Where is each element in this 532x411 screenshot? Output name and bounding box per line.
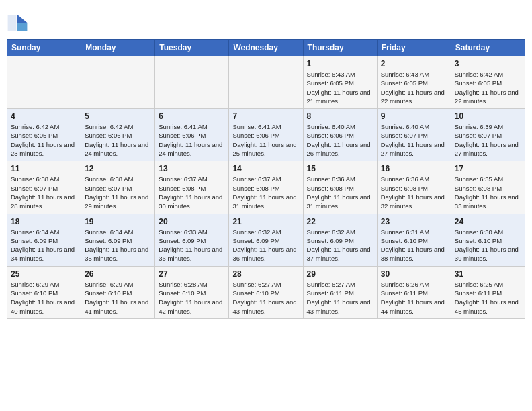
calendar-week-row: 18Sunrise: 6:34 AM Sunset: 6:09 PM Dayli… — [7, 214, 525, 266]
calendar-cell: 12Sunrise: 6:38 AM Sunset: 6:07 PM Dayli… — [81, 161, 155, 214]
calendar-cell: 31Sunrise: 6:25 AM Sunset: 6:11 PM Dayli… — [451, 266, 525, 318]
calendar-cell: 2Sunrise: 6:43 AM Sunset: 6:05 PM Daylig… — [377, 56, 451, 109]
day-number: 19 — [85, 217, 151, 226]
calendar-cell: 17Sunrise: 6:35 AM Sunset: 6:08 PM Dayli… — [451, 161, 525, 214]
day-info: Sunrise: 6:27 AM Sunset: 6:10 PM Dayligh… — [232, 280, 299, 316]
day-info: Sunrise: 6:36 AM Sunset: 6:08 PM Dayligh… — [307, 175, 373, 210]
column-header-wednesday: Wednesday — [229, 40, 303, 56]
calendar-cell: 27Sunrise: 6:28 AM Sunset: 6:10 PM Dayli… — [155, 266, 229, 318]
calendar-cell: 9Sunrise: 6:40 AM Sunset: 6:07 PM Daylig… — [377, 109, 451, 161]
day-info: Sunrise: 6:33 AM Sunset: 6:09 PM Dayligh… — [159, 228, 225, 263]
calendar-header-row: SundayMondayTuesdayWednesdayThursdayFrid… — [7, 40, 525, 56]
day-info: Sunrise: 6:25 AM Sunset: 6:11 PM Dayligh… — [455, 280, 521, 316]
calendar-cell: 6Sunrise: 6:41 AM Sunset: 6:06 PM Daylig… — [155, 109, 229, 161]
svg-rect-3 — [8, 15, 17, 31]
day-info: Sunrise: 6:41 AM Sunset: 6:06 PM Dayligh… — [232, 122, 299, 158]
day-number: 8 — [307, 111, 373, 121]
logo-icon — [7, 12, 28, 34]
day-number: 14 — [232, 164, 299, 173]
day-number: 2 — [381, 59, 447, 68]
day-number: 3 — [455, 59, 521, 68]
calendar-cell: 23Sunrise: 6:31 AM Sunset: 6:10 PM Dayli… — [377, 214, 451, 266]
day-number: 11 — [11, 164, 77, 173]
day-info: Sunrise: 6:32 AM Sunset: 6:09 PM Dayligh… — [232, 228, 299, 263]
calendar-week-row: 11Sunrise: 6:38 AM Sunset: 6:07 PM Dayli… — [7, 161, 525, 214]
day-info: Sunrise: 6:41 AM Sunset: 6:06 PM Dayligh… — [159, 122, 225, 158]
day-info: Sunrise: 6:29 AM Sunset: 6:10 PM Dayligh… — [85, 280, 151, 316]
calendar-cell: 21Sunrise: 6:32 AM Sunset: 6:09 PM Dayli… — [229, 214, 303, 266]
column-header-monday: Monday — [81, 40, 155, 56]
column-header-sunday: Sunday — [7, 40, 81, 56]
calendar-cell: 24Sunrise: 6:30 AM Sunset: 6:10 PM Dayli… — [451, 214, 525, 266]
day-info: Sunrise: 6:37 AM Sunset: 6:08 PM Dayligh… — [159, 175, 225, 210]
calendar-cell: 13Sunrise: 6:37 AM Sunset: 6:08 PM Dayli… — [155, 161, 229, 214]
day-number: 26 — [85, 269, 151, 279]
day-info: Sunrise: 6:40 AM Sunset: 6:06 PM Dayligh… — [307, 122, 373, 158]
calendar-cell: 29Sunrise: 6:27 AM Sunset: 6:11 PM Dayli… — [303, 266, 377, 318]
day-number: 5 — [85, 111, 151, 121]
day-number: 12 — [85, 164, 151, 173]
calendar-cell: 10Sunrise: 6:39 AM Sunset: 6:07 PM Dayli… — [451, 109, 525, 161]
column-header-tuesday: Tuesday — [155, 40, 229, 56]
day-number: 20 — [159, 217, 225, 226]
calendar-cell: 11Sunrise: 6:38 AM Sunset: 6:07 PM Dayli… — [7, 161, 81, 214]
day-info: Sunrise: 6:31 AM Sunset: 6:10 PM Dayligh… — [381, 228, 447, 263]
calendar-cell: 20Sunrise: 6:33 AM Sunset: 6:09 PM Dayli… — [155, 214, 229, 266]
calendar-cell: 3Sunrise: 6:42 AM Sunset: 6:05 PM Daylig… — [451, 56, 525, 109]
day-info: Sunrise: 6:28 AM Sunset: 6:10 PM Dayligh… — [159, 280, 225, 316]
calendar-week-row: 25Sunrise: 6:29 AM Sunset: 6:10 PM Dayli… — [7, 266, 525, 318]
day-number: 31 — [455, 269, 521, 279]
calendar-cell: 7Sunrise: 6:41 AM Sunset: 6:06 PM Daylig… — [229, 109, 303, 161]
day-info: Sunrise: 6:43 AM Sunset: 6:05 PM Dayligh… — [307, 70, 373, 105]
page-header — [7, 7, 525, 34]
day-number: 7 — [232, 111, 299, 121]
day-number: 24 — [455, 217, 521, 226]
day-number: 4 — [11, 111, 77, 121]
calendar-week-row: 1Sunrise: 6:43 AM Sunset: 6:05 PM Daylig… — [7, 56, 525, 109]
day-info: Sunrise: 6:34 AM Sunset: 6:09 PM Dayligh… — [11, 228, 77, 263]
calendar-cell: 25Sunrise: 6:29 AM Sunset: 6:10 PM Dayli… — [7, 266, 81, 318]
day-number: 25 — [11, 269, 77, 279]
day-info: Sunrise: 6:30 AM Sunset: 6:10 PM Dayligh… — [455, 228, 521, 263]
calendar-week-row: 4Sunrise: 6:42 AM Sunset: 6:05 PM Daylig… — [7, 109, 525, 161]
day-number: 29 — [307, 269, 373, 279]
calendar-cell: 22Sunrise: 6:32 AM Sunset: 6:09 PM Dayli… — [303, 214, 377, 266]
day-info: Sunrise: 6:29 AM Sunset: 6:10 PM Dayligh… — [11, 280, 77, 316]
day-number: 30 — [381, 269, 447, 279]
day-info: Sunrise: 6:37 AM Sunset: 6:08 PM Dayligh… — [232, 175, 299, 210]
calendar-cell: 14Sunrise: 6:37 AM Sunset: 6:08 PM Dayli… — [229, 161, 303, 214]
day-number: 10 — [455, 111, 521, 121]
calendar-table: SundayMondayTuesdayWednesdayThursdayFrid… — [7, 39, 525, 319]
calendar-cell — [7, 56, 81, 109]
calendar-cell: 15Sunrise: 6:36 AM Sunset: 6:08 PM Dayli… — [303, 161, 377, 214]
day-number: 27 — [159, 269, 225, 279]
calendar-cell — [155, 56, 229, 109]
day-info: Sunrise: 6:42 AM Sunset: 6:05 PM Dayligh… — [11, 122, 77, 158]
calendar-cell: 28Sunrise: 6:27 AM Sunset: 6:10 PM Dayli… — [229, 266, 303, 318]
day-number: 9 — [381, 111, 447, 121]
day-info: Sunrise: 6:40 AM Sunset: 6:07 PM Dayligh… — [381, 122, 447, 158]
day-number: 6 — [159, 111, 225, 121]
calendar-cell: 18Sunrise: 6:34 AM Sunset: 6:09 PM Dayli… — [7, 214, 81, 266]
day-number: 21 — [232, 217, 299, 226]
day-number: 23 — [381, 217, 447, 226]
calendar-cell — [229, 56, 303, 109]
day-number: 16 — [381, 164, 447, 173]
calendar-cell: 4Sunrise: 6:42 AM Sunset: 6:05 PM Daylig… — [7, 109, 81, 161]
day-info: Sunrise: 6:26 AM Sunset: 6:11 PM Dayligh… — [381, 280, 447, 316]
column-header-saturday: Saturday — [451, 40, 525, 56]
day-info: Sunrise: 6:38 AM Sunset: 6:07 PM Dayligh… — [11, 175, 77, 210]
day-info: Sunrise: 6:27 AM Sunset: 6:11 PM Dayligh… — [307, 280, 373, 316]
day-info: Sunrise: 6:35 AM Sunset: 6:08 PM Dayligh… — [455, 175, 521, 210]
day-number: 22 — [307, 217, 373, 226]
day-info: Sunrise: 6:36 AM Sunset: 6:08 PM Dayligh… — [381, 175, 447, 210]
day-info: Sunrise: 6:42 AM Sunset: 6:05 PM Dayligh… — [455, 70, 521, 105]
calendar-cell: 1Sunrise: 6:43 AM Sunset: 6:05 PM Daylig… — [303, 56, 377, 109]
calendar-cell: 26Sunrise: 6:29 AM Sunset: 6:10 PM Dayli… — [81, 266, 155, 318]
calendar-cell: 16Sunrise: 6:36 AM Sunset: 6:08 PM Dayli… — [377, 161, 451, 214]
day-info: Sunrise: 6:34 AM Sunset: 6:09 PM Dayligh… — [85, 228, 151, 263]
day-number: 13 — [159, 164, 225, 173]
day-info: Sunrise: 6:32 AM Sunset: 6:09 PM Dayligh… — [307, 228, 373, 263]
calendar-cell: 5Sunrise: 6:42 AM Sunset: 6:06 PM Daylig… — [81, 109, 155, 161]
calendar-cell: 30Sunrise: 6:26 AM Sunset: 6:11 PM Dayli… — [377, 266, 451, 318]
